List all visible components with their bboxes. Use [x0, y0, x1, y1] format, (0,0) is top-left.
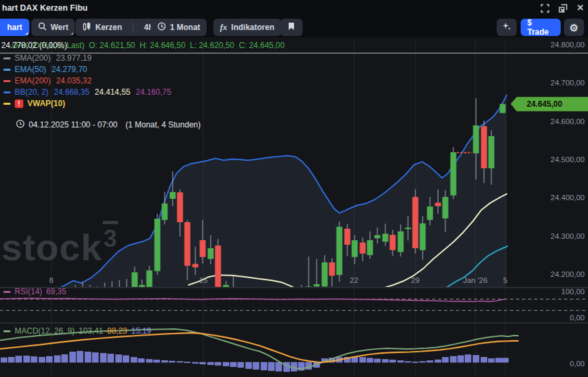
stock3-watermark: stock3	[1, 220, 118, 266]
gear-icon: ⚙	[569, 23, 578, 33]
fullscreen-icon[interactable]	[541, 4, 549, 13]
svg-text:8: 8	[49, 276, 53, 284]
chart-type-label: Kerzen	[95, 23, 122, 32]
svg-text:24.800,00: 24.800,00	[551, 41, 585, 49]
legend-row-ema50[interactable]: EMA(50) 24.279,70	[3, 65, 87, 74]
legend-row-vwap[interactable]: ! VWAP(10)	[3, 99, 65, 108]
popout-icon[interactable]	[559, 4, 567, 13]
indicators-button[interactable]: fx Indikatoren	[213, 19, 281, 36]
submenu-corner	[25, 32, 28, 35]
range-button[interactable]: 1 Monat	[151, 19, 207, 36]
line-swatch	[3, 330, 11, 332]
clock-icon	[157, 22, 166, 33]
svg-text:0,00: 0,00	[570, 314, 585, 322]
svg-text:24.700,00: 24.700,00	[551, 79, 585, 87]
svg-text:22: 22	[350, 276, 359, 284]
macd-label: MACD(12, 26, 9)	[15, 326, 75, 336]
line-swatch	[3, 69, 11, 71]
indicator-name: EMA(50)	[15, 65, 46, 74]
ai-assistant-button[interactable]	[497, 19, 517, 36]
svg-text:24.300,00: 24.300,00	[551, 232, 585, 240]
chart-menu-button[interactable]: hart	[0, 19, 29, 36]
legend-row-ema200[interactable]: EMA(200) 24.035,32	[3, 76, 91, 85]
indicator-name: SMA(200)	[15, 53, 51, 63]
svg-text:24.200,00: 24.200,00	[551, 270, 585, 278]
rsi-label: RSI(14)	[15, 287, 42, 296]
svg-text:15: 15	[199, 276, 208, 284]
macd-legend[interactable]: MACD(12, 26, 9) 103,41 88,23 15,19	[3, 326, 151, 336]
indicator-name: EMA(200)	[15, 76, 51, 85]
rsi-value: 69,35	[46, 287, 66, 296]
timestamp: 04.12.2025 11:00 - 07:00	[29, 120, 117, 129]
bb-upper-value: 24.668,35	[54, 87, 89, 97]
legend-overlay-price: 24.778,02 (0,00%)	[1, 41, 67, 50]
chart-type-interval-group: Kerzen 4h	[75, 19, 160, 36]
line-swatch	[3, 91, 11, 93]
legend-row-sma200[interactable]: SMA(200) 23.977,19	[3, 53, 91, 63]
timeframe-note: (1 Monat, 4 Stunden)	[125, 120, 201, 129]
svg-text:24.645,00: 24.645,00	[527, 99, 563, 109]
bookmark-icon	[287, 22, 295, 33]
svg-text:24.500,00: 24.500,00	[551, 155, 585, 163]
svg-text:100,00: 100,00	[561, 288, 585, 296]
rsi-legend[interactable]: RSI(14) 69,35	[3, 287, 66, 296]
indicator-name: VWAP(10)	[27, 99, 65, 108]
warning-icon[interactable]: !	[15, 99, 23, 108]
line-swatch	[3, 80, 11, 82]
candlestick-icon	[82, 22, 91, 33]
line-swatch	[3, 57, 11, 59]
title-bar: hart DAX Kerzen Fibu ✕	[0, 0, 588, 17]
chart-menu-label: hart	[7, 23, 23, 32]
window-title: hart DAX Kerzen Fibu	[2, 3, 88, 13]
close-icon[interactable]: ✕	[577, 3, 584, 13]
svg-text:5: 5	[503, 276, 507, 284]
trade-button[interactable]: $ Trade	[521, 19, 561, 36]
range-label: 1 Monat	[170, 23, 200, 32]
indicator-value: 24.035,32	[56, 76, 91, 85]
search-icon	[38, 22, 47, 33]
histogram-value: 15,19	[131, 326, 151, 336]
svg-text:0,00: 0,00	[570, 360, 585, 368]
svg-text:Jan '26: Jan '26	[463, 276, 488, 284]
svg-text:24.600,00: 24.600,00	[551, 117, 585, 125]
signal-value: 88,23	[107, 326, 127, 336]
bb-middle-value: 24.414,55	[95, 87, 130, 97]
indicator-value: 24.279,70	[51, 65, 87, 74]
sparkles-icon	[502, 22, 511, 33]
svg-text:29: 29	[411, 276, 420, 284]
chart-window: 24.800,0024.700,0024.600,0024.500,0024.4…	[0, 0, 588, 377]
legend-row-bb[interactable]: BB(20, 2) 24.668,35 24.414,55 24.160,75	[3, 87, 171, 97]
indicators-label: Indikatoren	[231, 23, 275, 32]
symbol-search-label: Wert	[51, 23, 68, 32]
indicator-name: BB(20, 2)	[15, 87, 49, 97]
settings-button[interactable]: ⚙	[564, 19, 584, 36]
clock-icon	[3, 110, 25, 139]
line-swatch	[3, 291, 11, 293]
fx-icon: fx	[220, 22, 227, 33]
toolbar: hart Wert Kerzen	[0, 17, 588, 37]
submenu-corner	[71, 32, 73, 35]
svg-text:24.400,00: 24.400,00	[551, 194, 585, 202]
symbol-search-button[interactable]: Wert	[31, 19, 75, 36]
line-swatch	[3, 103, 11, 105]
chart-type-button[interactable]: Kerzen	[75, 19, 129, 36]
legend-time-row: 04.12.2025 11:00 - 07:00 (1 Monat, 4 Stu…	[3, 110, 201, 139]
bb-lower-value: 24.160,75	[135, 87, 171, 97]
bookmark-button[interactable]	[280, 19, 303, 36]
last-price-tag: 24.645,00	[511, 97, 588, 111]
macd-value: 103,41	[79, 326, 103, 336]
trade-label: $ Trade	[527, 18, 554, 37]
legend-symbol-row[interactable]: DAX (O,H,L,C, Last) O: 24.621,50 H: 24.6…	[1, 41, 10, 51]
divider	[133, 22, 133, 33]
indicator-value: 23.977,19	[56, 53, 91, 63]
